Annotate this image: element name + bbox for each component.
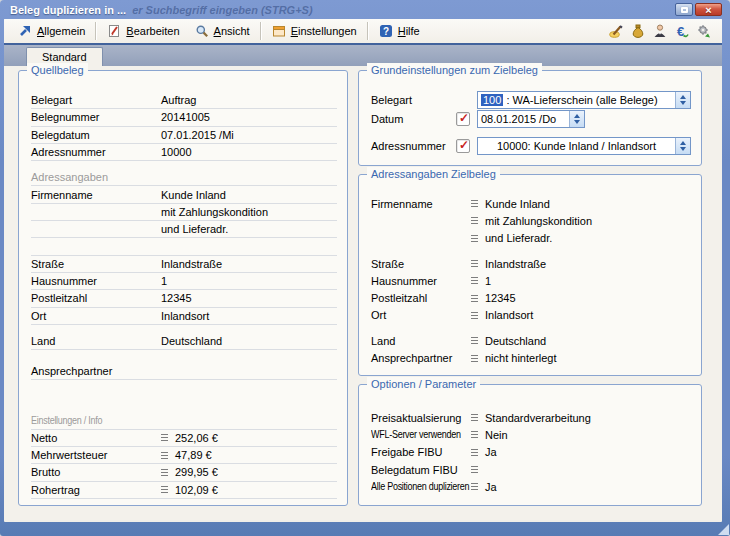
spinner-icon[interactable] (675, 138, 690, 154)
value-text: 07.01.2015 /Mi (161, 127, 234, 143)
euro-icon[interactable]: € (674, 23, 690, 39)
adressnummer-value: 10000: Kunde Inland / Inlandsort (478, 138, 675, 154)
edit-page-icon (106, 23, 122, 39)
menu-ansicht[interactable]: Ansicht (187, 21, 257, 41)
value-text: Nein (485, 427, 508, 443)
field-value: mit Zahlungskondition (471, 213, 592, 229)
field-label: Datum (371, 113, 456, 125)
field-value: 20141005 (161, 109, 210, 125)
toolbar-separator (367, 22, 368, 40)
field-label: Ansprechpartner (31, 363, 161, 379)
menu-label: Einstellungen (291, 25, 357, 37)
signature-pen-icon[interactable] (608, 23, 624, 39)
field-value: mit Zahlungskondition (161, 204, 268, 220)
datum-checkbox-icon[interactable] (456, 112, 470, 126)
equals-icon (471, 235, 478, 242)
field-row: StraßeInlandstraße (31, 256, 337, 273)
menu-bearbeiten[interactable]: Bearbeiten (99, 21, 186, 41)
resize-grip[interactable] (718, 524, 729, 535)
field-value: 1 (161, 273, 167, 289)
adressnummer-checkbox-icon[interactable] (456, 139, 470, 153)
field-value: 07.01.2015 /Mi (161, 127, 234, 143)
field-row: Alle Positionen duplizierenJa (371, 478, 691, 495)
menu-allgemein[interactable]: Allgemein (10, 21, 92, 41)
help-icon: ? (378, 23, 394, 39)
value-text: Inlandstraße (161, 256, 222, 272)
value-text: und Lieferadr. (485, 230, 552, 246)
equals-icon (161, 434, 168, 441)
spinner-icon[interactable] (569, 111, 584, 127)
adressnummer-row: Adressnummer 10000: Kunde Inland / Inlan… (371, 137, 691, 155)
field-row: Adressnummer10000 (31, 144, 337, 161)
belegart-select[interactable]: 100 : WA-Lieferschein (alle Belege) (477, 91, 691, 109)
field-row: Hausnummer1 (31, 273, 337, 290)
value-text: 299,95 € (175, 464, 218, 480)
value-text: Inlandsort (485, 307, 533, 323)
field-label: WFL-Server verwenden (371, 427, 461, 443)
value-text: 1 (485, 273, 491, 289)
field-label: Einstellungen / Info (31, 413, 148, 429)
field-value: Auftrag (161, 92, 196, 108)
value-text: Ja (485, 479, 497, 495)
field-value: 1 (471, 273, 491, 289)
field-row: LandDeutschland (31, 333, 337, 350)
panel-title: Optionen / Parameter (367, 377, 480, 391)
field-value: Inlandsort (161, 308, 209, 324)
menu-hilfe[interactable]: ? Hilfe (371, 21, 427, 41)
field-value: und Lieferadr. (161, 221, 228, 237)
background-search-hint: er Suchbegriff eingeben (STRG+S) (132, 4, 312, 16)
money-bag-icon[interactable] (630, 23, 646, 39)
field-value: 252,06 € (161, 430, 218, 446)
spinner-icon[interactable] (675, 92, 690, 108)
field-row: Hausnummer1 (371, 272, 691, 289)
field-value: Deutschland (471, 333, 546, 349)
field-row: und Lieferadr. (371, 230, 691, 247)
value-text: 47,89 € (175, 447, 212, 463)
field-value: 10000 (161, 144, 192, 160)
field-label: Adressnummer (371, 140, 456, 152)
datum-row: Datum 08.01.2015 /Do (371, 110, 691, 128)
field-value: nicht hinterlegt (471, 350, 557, 366)
field-row: Belegdatum07.01.2015 /Mi (31, 127, 337, 144)
equals-icon (471, 337, 478, 344)
process-gear-icon[interactable] (696, 23, 712, 39)
equals-icon (471, 466, 478, 473)
datum-input[interactable]: 08.01.2015 /Do (477, 110, 585, 128)
equals-icon (471, 277, 478, 284)
settings-window-icon (271, 23, 287, 39)
close-button[interactable]: × (695, 3, 722, 16)
field-row: mit Zahlungskondition (31, 204, 337, 221)
field-row: Belegdatum FIBU (371, 461, 691, 478)
magnifier-icon (194, 23, 210, 39)
belegart-code: 100 (481, 94, 503, 106)
field-label: Belegart (31, 92, 161, 108)
maximize-button[interactable] (675, 3, 693, 16)
value-text: Inlandstraße (485, 256, 546, 272)
row-gap (31, 161, 337, 169)
toolbar: Allgemein Bearbeiten Ansicht Einstellung… (4, 19, 722, 45)
field-row: Postleitzahl12345 (371, 289, 691, 306)
equals-icon (471, 483, 478, 490)
menu-einstellungen[interactable]: Einstellungen (264, 21, 364, 41)
target-address-panel: Adressangaben Zielbeleg FirmennameKunde … (358, 174, 702, 376)
value-text: und Lieferadr. (161, 221, 228, 237)
value-text: Auftrag (161, 92, 196, 108)
field-row: Ansprechpartner (31, 363, 337, 380)
field-row: StraßeInlandstraße (371, 255, 691, 272)
datum-value: 08.01.2015 /Do (478, 111, 569, 127)
field-value: 12345 (471, 290, 516, 306)
field-row: Rohertrag102,09 € (31, 482, 337, 499)
customer-icon[interactable] (652, 23, 668, 39)
toolbar-separator (95, 22, 96, 40)
field-row: mit Zahlungskondition (371, 212, 691, 229)
equals-icon (471, 431, 478, 438)
field-label: Belegdatum (31, 127, 161, 143)
field-label: Mehrwertsteuer (31, 447, 161, 463)
value-text: 102,09 € (175, 482, 218, 498)
field-label: Brutto (31, 464, 161, 480)
field-label: Straße (31, 256, 161, 272)
field-value: Kunde Inland (161, 187, 226, 203)
adressnummer-select[interactable]: 10000: Kunde Inland / Inlandsort (477, 137, 691, 155)
svg-text:?: ? (383, 26, 389, 37)
titlebar[interactable]: Beleg duplizieren in ... er Suchbegriff … (0, 0, 730, 19)
